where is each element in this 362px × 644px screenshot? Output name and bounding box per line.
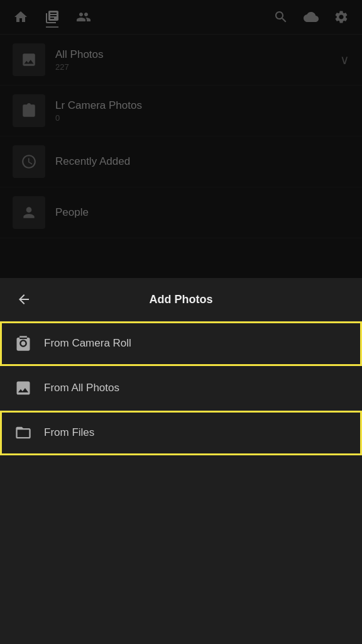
from-all-photos-label: From All Photos [44,382,119,394]
folder-icon [13,422,34,443]
all-photos-icon [13,377,34,399]
from-camera-roll-label: From Camera Roll [44,337,131,350]
back-button[interactable] [13,288,35,311]
camera-roll-icon [13,333,34,354]
sheet-empty-area [0,455,362,644]
bottom-sheet: Add Photos From Camera Roll From All Pho… [0,278,362,644]
from-all-photos-item[interactable]: From All Photos [0,366,362,411]
sheet-title: Add Photos [40,293,322,306]
bottom-sheet-overlay[interactable]: Add Photos From Camera Roll From All Pho… [0,0,362,644]
sheet-header: Add Photos [0,278,362,321]
from-camera-roll-item[interactable]: From Camera Roll [0,321,362,366]
from-files-label: From Files [44,426,94,439]
from-files-item[interactable]: From Files [0,411,362,455]
